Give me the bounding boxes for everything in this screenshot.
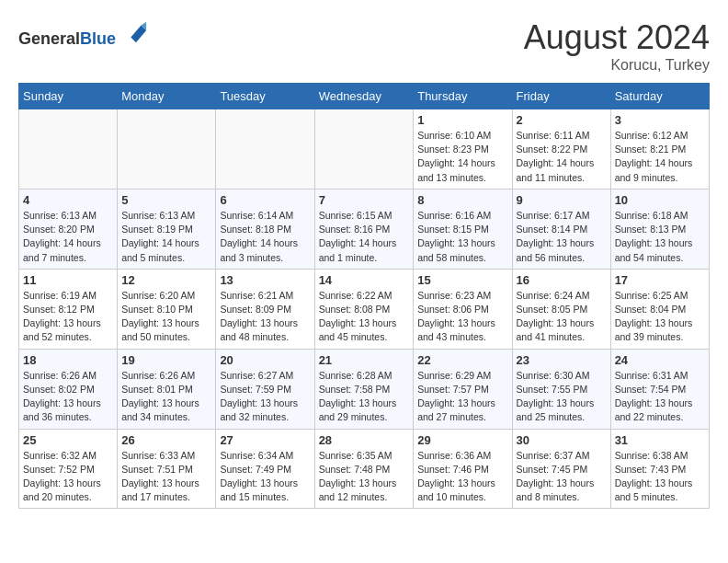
day-number: 3 [615,113,705,127]
calendar-cell: 14Sunrise: 6:22 AM Sunset: 8:08 PM Dayli… [314,269,414,349]
weekday-header: Wednesday [314,84,414,109]
day-number: 18 [23,353,113,367]
title-block: August 2024 Korucu, Turkey [524,18,710,74]
day-info: Sunrise: 6:19 AM Sunset: 8:12 PM Dayligh… [23,289,113,345]
day-info: Sunrise: 6:20 AM Sunset: 8:10 PM Dayligh… [121,289,211,345]
day-info: Sunrise: 6:25 AM Sunset: 8:04 PM Dayligh… [615,289,705,345]
day-info: Sunrise: 6:32 AM Sunset: 7:52 PM Dayligh… [23,449,113,505]
page-header: GeneralBlue August 2024 Korucu, Turkey [18,18,710,74]
calendar-week-row: 11Sunrise: 6:19 AM Sunset: 8:12 PM Dayli… [19,269,710,349]
calendar-cell [19,109,118,190]
calendar-cell: 16Sunrise: 6:24 AM Sunset: 8:05 PM Dayli… [512,269,610,349]
day-number: 29 [417,433,507,447]
day-info: Sunrise: 6:38 AM Sunset: 7:43 PM Dayligh… [615,449,705,505]
calendar-cell: 7Sunrise: 6:15 AM Sunset: 8:16 PM Daylig… [314,189,414,269]
logo: GeneralBlue [18,18,148,49]
day-info: Sunrise: 6:17 AM Sunset: 8:14 PM Dayligh… [517,209,607,265]
calendar-cell: 23Sunrise: 6:30 AM Sunset: 7:55 PM Dayli… [512,349,610,429]
calendar-cell: 8Sunrise: 6:16 AM Sunset: 8:15 PM Daylig… [414,189,512,269]
weekday-header: Monday [118,84,216,109]
calendar-cell: 21Sunrise: 6:28 AM Sunset: 7:58 PM Dayli… [314,349,414,429]
calendar-cell: 20Sunrise: 6:27 AM Sunset: 7:59 PM Dayli… [216,349,314,429]
calendar-week-row: 25Sunrise: 6:32 AM Sunset: 7:52 PM Dayli… [19,429,710,509]
day-info: Sunrise: 6:15 AM Sunset: 8:16 PM Dayligh… [319,209,410,265]
calendar-cell: 11Sunrise: 6:19 AM Sunset: 8:12 PM Dayli… [19,269,118,349]
day-number: 14 [319,273,410,287]
calendar-header-row: SundayMondayTuesdayWednesdayThursdayFrid… [19,84,710,109]
day-number: 4 [23,193,113,207]
logo-icon [122,18,148,44]
calendar: SundayMondayTuesdayWednesdayThursdayFrid… [18,83,710,509]
day-info: Sunrise: 6:13 AM Sunset: 8:20 PM Dayligh… [23,209,113,265]
calendar-cell: 22Sunrise: 6:29 AM Sunset: 7:57 PM Dayli… [414,349,512,429]
calendar-cell: 4Sunrise: 6:13 AM Sunset: 8:20 PM Daylig… [19,189,118,269]
calendar-cell: 12Sunrise: 6:20 AM Sunset: 8:10 PM Dayli… [118,269,216,349]
calendar-cell: 28Sunrise: 6:35 AM Sunset: 7:48 PM Dayli… [314,429,414,509]
day-info: Sunrise: 6:12 AM Sunset: 8:21 PM Dayligh… [615,129,705,185]
day-info: Sunrise: 6:24 AM Sunset: 8:05 PM Dayligh… [517,289,607,345]
day-number: 9 [517,193,607,207]
logo-text: GeneralBlue [18,18,148,49]
day-number: 17 [615,273,705,287]
day-info: Sunrise: 6:33 AM Sunset: 7:51 PM Dayligh… [121,449,211,505]
weekday-header: Sunday [19,84,118,109]
day-info: Sunrise: 6:14 AM Sunset: 8:18 PM Dayligh… [220,209,310,265]
calendar-cell: 3Sunrise: 6:12 AM Sunset: 8:21 PM Daylig… [610,109,709,190]
calendar-cell [314,109,414,190]
day-info: Sunrise: 6:10 AM Sunset: 8:23 PM Dayligh… [417,129,507,185]
day-info: Sunrise: 6:21 AM Sunset: 8:09 PM Dayligh… [220,289,310,345]
calendar-cell: 13Sunrise: 6:21 AM Sunset: 8:09 PM Dayli… [216,269,314,349]
calendar-cell: 18Sunrise: 6:26 AM Sunset: 8:02 PM Dayli… [19,349,118,429]
calendar-week-row: 1Sunrise: 6:10 AM Sunset: 8:23 PM Daylig… [19,109,710,190]
day-number: 30 [517,433,607,447]
calendar-cell: 9Sunrise: 6:17 AM Sunset: 8:14 PM Daylig… [512,189,610,269]
day-info: Sunrise: 6:11 AM Sunset: 8:22 PM Dayligh… [517,129,607,185]
calendar-cell: 2Sunrise: 6:11 AM Sunset: 8:22 PM Daylig… [512,109,610,190]
logo-general: General [18,29,80,48]
calendar-cell [216,109,314,190]
day-info: Sunrise: 6:22 AM Sunset: 8:08 PM Dayligh… [319,289,410,345]
day-info: Sunrise: 6:35 AM Sunset: 7:48 PM Dayligh… [319,449,410,505]
day-number: 19 [121,353,211,367]
day-info: Sunrise: 6:13 AM Sunset: 8:19 PM Dayligh… [121,209,211,265]
location: Korucu, Turkey [524,57,710,74]
calendar-cell: 30Sunrise: 6:37 AM Sunset: 7:45 PM Dayli… [512,429,610,509]
calendar-cell: 5Sunrise: 6:13 AM Sunset: 8:19 PM Daylig… [118,189,216,269]
logo-blue: Blue [80,29,116,48]
day-number: 7 [319,193,410,207]
calendar-cell: 25Sunrise: 6:32 AM Sunset: 7:52 PM Dayli… [19,429,118,509]
month-year: August 2024 [524,18,710,57]
day-info: Sunrise: 6:16 AM Sunset: 8:15 PM Dayligh… [417,209,507,265]
day-number: 8 [417,193,507,207]
day-info: Sunrise: 6:31 AM Sunset: 7:54 PM Dayligh… [615,369,705,425]
calendar-cell: 31Sunrise: 6:38 AM Sunset: 7:43 PM Dayli… [610,429,709,509]
day-number: 1 [417,113,507,127]
day-info: Sunrise: 6:27 AM Sunset: 7:59 PM Dayligh… [220,369,310,425]
day-info: Sunrise: 6:36 AM Sunset: 7:46 PM Dayligh… [417,449,507,505]
day-number: 20 [220,353,310,367]
calendar-cell: 26Sunrise: 6:33 AM Sunset: 7:51 PM Dayli… [118,429,216,509]
calendar-cell: 27Sunrise: 6:34 AM Sunset: 7:49 PM Dayli… [216,429,314,509]
day-number: 2 [517,113,607,127]
day-info: Sunrise: 6:30 AM Sunset: 7:55 PM Dayligh… [517,369,607,425]
day-info: Sunrise: 6:23 AM Sunset: 8:06 PM Dayligh… [417,289,507,345]
day-info: Sunrise: 6:29 AM Sunset: 7:57 PM Dayligh… [417,369,507,425]
day-number: 28 [319,433,410,447]
day-number: 12 [121,273,211,287]
day-number: 24 [615,353,705,367]
day-number: 10 [615,193,705,207]
day-info: Sunrise: 6:37 AM Sunset: 7:45 PM Dayligh… [517,449,607,505]
day-number: 13 [220,273,310,287]
day-number: 23 [517,353,607,367]
calendar-cell: 10Sunrise: 6:18 AM Sunset: 8:13 PM Dayli… [610,189,709,269]
calendar-cell [118,109,216,190]
day-number: 5 [121,193,211,207]
day-info: Sunrise: 6:28 AM Sunset: 7:58 PM Dayligh… [319,369,410,425]
calendar-cell: 15Sunrise: 6:23 AM Sunset: 8:06 PM Dayli… [414,269,512,349]
day-number: 16 [517,273,607,287]
day-number: 22 [417,353,507,367]
day-number: 27 [220,433,310,447]
calendar-cell: 29Sunrise: 6:36 AM Sunset: 7:46 PM Dayli… [414,429,512,509]
weekday-header: Thursday [414,84,512,109]
day-info: Sunrise: 6:34 AM Sunset: 7:49 PM Dayligh… [220,449,310,505]
